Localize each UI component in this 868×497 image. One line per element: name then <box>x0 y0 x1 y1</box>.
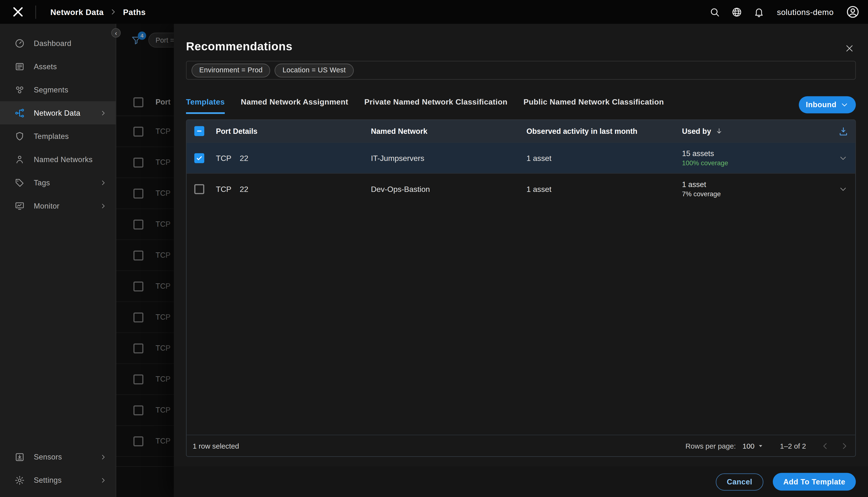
next-page-button[interactable] <box>840 441 849 451</box>
tab-templates[interactable]: Templates <box>186 97 225 114</box>
notifications-icon[interactable] <box>754 6 765 17</box>
tab-private-named-network-classification[interactable]: Private Named Network Classification <box>364 97 507 114</box>
checkbox-unchecked[interactable] <box>134 312 143 322</box>
column-header-observed-activity[interactable]: Observed activity in last month <box>523 127 678 135</box>
breadcrumb-page: Paths <box>123 8 146 16</box>
background-table-row[interactable]: TCP <box>116 395 174 426</box>
sidebar-item-monitor[interactable]: Monitor <box>0 194 116 217</box>
checkbox-checked[interactable] <box>194 153 204 163</box>
column-header-used-by[interactable]: Used by <box>678 127 831 135</box>
selection-count: 1 row selected <box>193 442 239 450</box>
sidebar-item-templates[interactable]: Templates <box>0 124 116 147</box>
sidebar-item-settings[interactable]: Settings <box>0 468 116 492</box>
direction-selector-button[interactable]: Inbound <box>799 96 856 113</box>
background-table-row[interactable]: TCP <box>116 178 174 209</box>
checkbox-unchecked[interactable] <box>134 97 143 107</box>
search-icon[interactable] <box>709 6 720 17</box>
sidebar-item-label: Sensors <box>34 453 62 461</box>
row-port-details-cell: TCP22 <box>212 153 367 162</box>
sidebar-spacer <box>0 217 116 445</box>
breadcrumb: Network Data Paths <box>36 8 146 16</box>
background-row-protocol: TCP <box>155 313 170 321</box>
checkbox-unchecked[interactable] <box>134 281 143 291</box>
sort-descending-icon[interactable] <box>715 127 723 135</box>
chevron-down-icon <box>840 101 849 109</box>
filter-chip[interactable]: Environment = Prod <box>192 63 271 77</box>
checkbox-unchecked[interactable] <box>134 343 143 353</box>
sidebar-item-dashboard[interactable]: Dashboard <box>0 31 116 55</box>
sidebar-item-sensors[interactable]: Sensors <box>0 445 116 468</box>
background-table-row[interactable]: TCP <box>116 240 174 271</box>
app-logo-button[interactable] <box>0 5 36 18</box>
background-table-row[interactable]: TCP <box>116 147 174 178</box>
column-header-label: Used by <box>682 127 711 135</box>
download-icon[interactable] <box>838 126 848 136</box>
help-globe-icon[interactable] <box>731 6 743 17</box>
sidebar-item-segments[interactable]: Segments <box>0 78 116 101</box>
add-to-template-button[interactable]: Add To Template <box>773 473 856 491</box>
background-table-row[interactable]: TCP <box>116 116 174 147</box>
background-row-protocol: TCP <box>155 189 170 197</box>
row-observed-activity: 1 asset <box>526 184 551 193</box>
tabs: TemplatesNamed Network AssignmentPrivate… <box>186 97 664 114</box>
rows-per-page-select[interactable]: 100 <box>743 442 764 450</box>
row-expand-cell <box>831 153 855 162</box>
tab-public-named-network-classification[interactable]: Public Named Network Classification <box>523 97 664 114</box>
recommendation-row[interactable]: TCP22IT-Jumpservers1 asset15 assets100% … <box>187 142 855 173</box>
row-used-by: 1 asset <box>682 180 706 189</box>
column-header-named-network[interactable]: Named Network <box>367 127 522 135</box>
close-button[interactable] <box>845 44 854 53</box>
caret-down-icon <box>757 442 764 450</box>
row-expand-cell <box>831 184 855 193</box>
named-networks-icon <box>14 154 25 165</box>
column-header-port-details[interactable]: Port Details <box>212 127 367 135</box>
row-observed-cell: 1 asset <box>523 184 678 193</box>
filter-chip[interactable]: Port = 2 <box>149 33 174 48</box>
sidebar-item-named-networks[interactable]: Named Networks <box>0 147 116 171</box>
checkbox-unchecked[interactable] <box>134 188 143 198</box>
sidebar-item-tags[interactable]: Tags <box>0 171 116 194</box>
tab-named-network-assignment[interactable]: Named Network Assignment <box>241 97 348 114</box>
checkbox-unchecked[interactable] <box>134 250 143 260</box>
background-table-row[interactable]: TCP <box>116 364 174 395</box>
account-name[interactable]: solutions-demo <box>777 8 833 16</box>
checkbox-unchecked[interactable] <box>134 157 143 167</box>
checkbox-unchecked[interactable] <box>134 126 143 136</box>
checkbox-unchecked[interactable] <box>134 405 143 415</box>
segments-icon <box>14 84 25 95</box>
sidebar-item-label: Dashboard <box>34 39 71 47</box>
background-row-protocol: TCP <box>155 375 170 383</box>
direction-label: Inbound <box>806 101 837 109</box>
checkbox-indeterminate[interactable] <box>194 126 204 136</box>
checkbox-unchecked[interactable] <box>134 374 143 384</box>
background-table-row[interactable]: TCP <box>116 271 174 302</box>
row-port: 22 <box>240 153 248 162</box>
chevron-right-icon <box>99 202 107 209</box>
background-column-port[interactable]: Port <box>155 98 170 106</box>
recommendation-row[interactable]: TCP22Dev-Ops-Bastion1 asset1 asset7% cov… <box>187 173 855 204</box>
checkbox-unchecked[interactable] <box>194 184 204 194</box>
chevron-down-icon[interactable] <box>839 184 848 193</box>
filter-chip[interactable]: Location = US West <box>275 63 354 77</box>
background-table-row[interactable]: TCP <box>116 302 174 333</box>
applied-filters-box: Environment = ProdLocation = US West <box>186 61 856 80</box>
background-table-row[interactable]: TCP <box>116 426 174 457</box>
topbar: Network Data Paths solutions-demo <box>0 0 868 24</box>
sidebar-item-assets[interactable]: Assets <box>0 55 116 78</box>
account-avatar-icon[interactable] <box>846 5 860 19</box>
sensors-icon <box>14 452 25 462</box>
previous-page-button[interactable] <box>820 441 830 451</box>
background-table-row[interactable]: TCP <box>116 209 174 240</box>
background-table-row[interactable]: TCP <box>116 333 174 364</box>
checkbox-unchecked[interactable] <box>134 436 143 446</box>
breadcrumb-section[interactable]: Network Data <box>50 8 104 16</box>
app-logo-icon <box>11 5 24 18</box>
chevron-down-icon[interactable] <box>839 153 848 162</box>
row-select-cell <box>187 184 212 194</box>
filter-button[interactable]: 4 <box>130 34 142 46</box>
cancel-button[interactable]: Cancel <box>716 473 763 490</box>
sidebar-item-network-data[interactable]: Network Data <box>0 101 116 124</box>
checkbox-unchecked[interactable] <box>134 219 143 229</box>
sidebar-collapse-button[interactable]: ‹ <box>111 28 121 38</box>
sidebar-item-label: Tags <box>34 178 50 187</box>
